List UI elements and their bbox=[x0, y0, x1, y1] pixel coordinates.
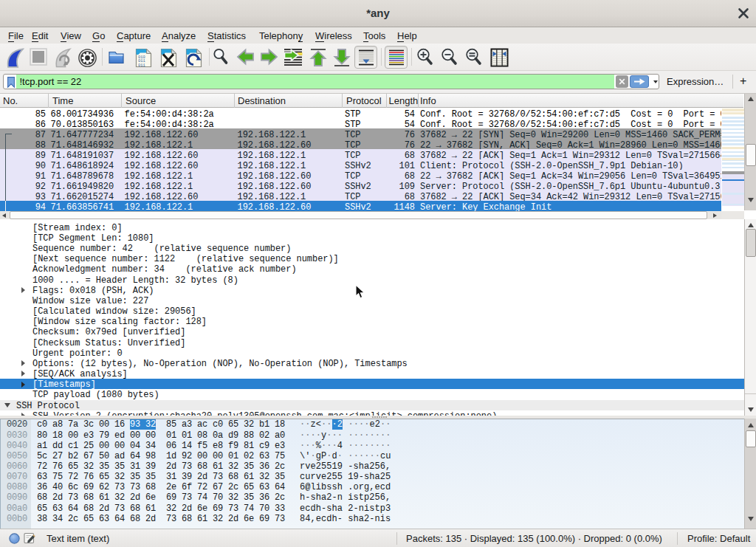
svg-text:011: 011 bbox=[138, 63, 145, 68]
